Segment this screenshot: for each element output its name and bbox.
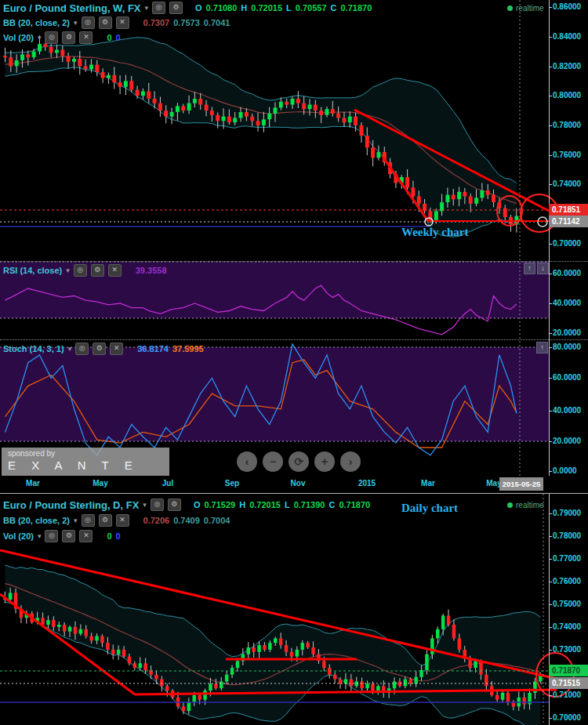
- weekly-annotation-text[interactable]: Weekly chart: [401, 226, 468, 239]
- candle-body: [336, 114, 340, 118]
- candle-body: [100, 636, 104, 643]
- weekly-bb-row: BB (20, close, 2) ▾ ◎ ⚙ ✕ 0.7307 0.7573 …: [3, 16, 230, 29]
- candle-body: [26, 54, 30, 57]
- bb-indicator-label[interactable]: BB (20, close, 2): [3, 18, 70, 27]
- symbol-title[interactable]: Euro / Pound Sterling, D, FX: [3, 499, 139, 511]
- candle-body: [348, 117, 352, 123]
- candle-body: [268, 643, 272, 650]
- candle-body: [84, 67, 88, 70]
- close-icon[interactable]: ✕: [116, 514, 129, 527]
- gear-icon[interactable]: ⚙: [62, 530, 75, 542]
- candle-body: [250, 117, 254, 121]
- eye-icon[interactable]: ◎: [45, 31, 58, 44]
- price-axis-label: 0.86000: [553, 2, 581, 11]
- scroll-left-button[interactable]: ‹: [237, 451, 257, 472]
- eye-icon[interactable]: ◎: [82, 16, 95, 29]
- eye-icon[interactable]: ◎: [152, 2, 165, 14]
- candle-body: [279, 638, 283, 645]
- zoom-out-button[interactable]: −: [263, 451, 283, 472]
- chevron-down-icon[interactable]: ▾: [68, 345, 72, 353]
- rsi-value: 39.3558: [136, 266, 167, 275]
- bb-upper-value: 0.7573: [173, 18, 200, 27]
- gear-icon[interactable]: ⚙: [99, 16, 112, 29]
- candle-body: [306, 643, 310, 647]
- daily-annotation-text[interactable]: Daily chart: [401, 502, 458, 515]
- low-value: 0.70557: [296, 3, 327, 13]
- candle-body: [279, 102, 283, 108]
- price-axis-label: 0.0000: [553, 466, 577, 475]
- candle-body: [506, 693, 510, 702]
- stoch-indicator-label[interactable]: Stoch (14, 3, 1): [3, 344, 64, 353]
- candle-body: [296, 650, 299, 657]
- bb-indicator-label[interactable]: BB (20, close, 2): [3, 516, 70, 525]
- move-pane-down-icon[interactable]: ↓: [537, 263, 549, 274]
- close-icon[interactable]: ✕: [79, 530, 93, 542]
- sponsor-box: sponsored by E X A N T E: [2, 448, 169, 476]
- eye-icon[interactable]: ◎: [75, 343, 89, 355]
- price-axis-label: 0.78000: [553, 531, 581, 540]
- vol-ma-value: 0: [116, 531, 121, 541]
- daily-price-axis[interactable]: 0.790000.780000.770000.760000.750000.740…: [549, 494, 588, 725]
- high-value: 0.72015: [249, 500, 281, 509]
- rsi-indicator-label[interactable]: RSI (14, close): [3, 266, 62, 275]
- move-pane-up-icon[interactable]: ↑: [524, 263, 535, 274]
- weekly-price-axis[interactable]: 0.860000.840000.820000.800000.780000.760…: [549, 0, 588, 476]
- gear-icon[interactable]: ⚙: [93, 343, 106, 355]
- time-axis-label: Sep: [225, 479, 239, 488]
- chevron-down-icon[interactable]: ▾: [38, 34, 42, 42]
- close-icon[interactable]: ✕: [116, 16, 129, 29]
- reset-view-button[interactable]: ⟳: [289, 451, 309, 472]
- candle-body: [95, 636, 99, 641]
- price-axis-label: 20.0000: [553, 328, 581, 337]
- eye-icon[interactable]: ◎: [45, 530, 58, 542]
- candle-body: [522, 698, 526, 705]
- candle-body: [60, 50, 64, 56]
- price-axis-label: 0.82000: [553, 62, 581, 71]
- gear-icon[interactable]: ⚙: [99, 514, 112, 527]
- scroll-right-button[interactable]: ›: [340, 451, 361, 472]
- chevron-down-icon[interactable]: ▾: [66, 266, 70, 274]
- close-icon[interactable]: ✕: [110, 343, 123, 355]
- close-icon[interactable]: ✕: [79, 31, 93, 44]
- eye-icon[interactable]: ◎: [74, 264, 87, 277]
- zoom-in-button[interactable]: +: [314, 451, 335, 472]
- candle-body: [95, 65, 99, 72]
- move-pane-up-icon[interactable]: ↑: [536, 342, 548, 353]
- gear-icon[interactable]: ⚙: [62, 31, 75, 44]
- chevron-down-icon[interactable]: ▾: [74, 517, 78, 524]
- candle-body: [222, 117, 226, 121]
- candle-body: [393, 682, 397, 689]
- chevron-down-icon[interactable]: ▾: [145, 4, 149, 12]
- gear-icon[interactable]: ⚙: [169, 2, 183, 14]
- chevron-down-icon[interactable]: ▾: [143, 501, 147, 509]
- candle-body: [486, 190, 490, 195]
- pane-separator[interactable]: [0, 261, 588, 262]
- candle-body: [112, 75, 116, 82]
- candle-body: [267, 114, 271, 120]
- symbol-title[interactable]: Euro / Pound Sterling, W, FX: [3, 2, 141, 14]
- candle-body: [404, 680, 408, 687]
- time-axis-label: Mar: [421, 479, 435, 488]
- candle-body: [463, 192, 466, 197]
- vol-indicator-label[interactable]: Vol (20): [3, 531, 34, 541]
- gear-icon[interactable]: ⚙: [91, 264, 104, 277]
- candle-body: [128, 657, 132, 664]
- vol-indicator-label[interactable]: Vol (20): [3, 33, 34, 42]
- realtime-dot-icon: [507, 5, 513, 11]
- pane-separator[interactable]: [0, 339, 588, 340]
- time-axis[interactable]: 2015-05-25 MarMayJulSepNov2015MarMay: [0, 476, 588, 493]
- daily-chart-canvas[interactable]: [0, 494, 549, 725]
- candle-body: [203, 691, 207, 700]
- gear-icon[interactable]: ⚙: [168, 498, 181, 511]
- candle-body: [302, 103, 306, 110]
- candle-body: [68, 627, 72, 632]
- close-icon[interactable]: ✕: [108, 264, 122, 277]
- eye-icon[interactable]: ◎: [151, 498, 164, 511]
- candle-body: [285, 645, 289, 652]
- chevron-down-icon[interactable]: ▾: [38, 532, 42, 540]
- chevron-down-icon[interactable]: ▾: [74, 19, 78, 27]
- rsi-pane-buttons: ↑ ↓: [524, 263, 549, 274]
- eye-icon[interactable]: ◎: [82, 514, 95, 527]
- candle-body: [333, 675, 337, 680]
- candle-body: [239, 112, 243, 118]
